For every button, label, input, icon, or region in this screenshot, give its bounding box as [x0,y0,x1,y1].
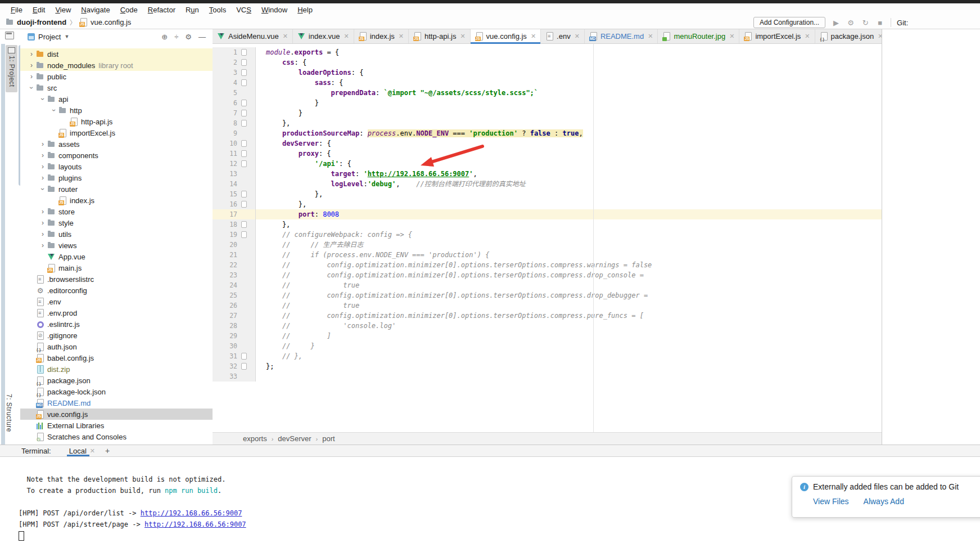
fold-marker-icon[interactable] [241,231,247,238]
chevron-down-icon[interactable]: ▼ [64,34,69,39]
close-icon[interactable]: ✕ [344,33,349,40]
tree-item-http[interactable]: ›http [20,105,213,116]
tree-item-http-api.js[interactable]: JShttp-api.js [20,116,213,127]
menu-navigate[interactable]: Navigate [76,6,115,14]
tree-item-main.js[interactable]: JSmain.js [20,262,213,273]
tree-item-layouts[interactable]: ›layouts [20,161,213,172]
editor-tab-menuRouter.jpg[interactable]: menuRouter.jpg✕ [658,29,739,43]
code-editor[interactable]: 1module.exports = {2 css: {3 loaderOptio… [213,44,882,436]
chevron-collapsed-icon[interactable]: › [38,242,47,249]
close-icon[interactable]: ✕ [648,33,653,40]
menu-window[interactable]: Window [256,6,292,14]
tool-window-icon[interactable] [5,32,14,39]
menu-refactor[interactable]: Refactor [143,6,180,14]
fold-marker-icon[interactable] [241,100,247,106]
fold-marker-icon[interactable] [241,140,247,147]
fold-marker-icon[interactable] [241,363,247,370]
chevron-expanded-icon[interactable]: › [39,95,46,104]
menu-file[interactable]: File [6,6,28,14]
close-icon[interactable]: ✕ [460,33,465,40]
tree-item-api[interactable]: ›api [20,93,213,105]
tree-item-.browserslistrc[interactable]: ≡.browserslistrc [20,273,213,285]
tree-item-plugins[interactable]: ›plugins [20,172,213,183]
tree-item-vue.config.js[interactable]: JSvue.config.js [20,409,213,420]
tree-item-.env.prod[interactable]: ≡.env.prod [20,307,213,318]
locate-icon[interactable]: ⊕ [161,33,168,41]
editor-tab-AsideMenu.vue[interactable]: AsideMenu.vue✕ [213,29,293,43]
fold-marker-icon[interactable] [241,201,247,208]
fold-marker-icon[interactable] [241,353,247,360]
tree-item-index.js[interactable]: JSindex.js [20,195,213,206]
close-icon[interactable]: ✕ [90,447,95,455]
collapse-all-icon[interactable]: ÷ [174,33,178,41]
chevron-collapsed-icon[interactable]: › [27,62,36,69]
tree-item-utils[interactable]: ›utils [20,228,213,240]
close-icon[interactable]: ✕ [399,33,404,40]
fold-marker-icon[interactable] [241,49,247,56]
fold-marker-icon[interactable] [241,150,247,157]
chevron-collapsed-icon[interactable]: › [38,174,47,181]
tree-item-style[interactable]: ›style [20,217,213,228]
run-icon[interactable]: ▶ [831,19,841,27]
tree-item-Scratches and Consoles[interactable]: ◷Scratches and Consoles [20,431,213,442]
editor-tab-http-api.js[interactable]: JShttp-api.js✕ [409,29,471,43]
tree-item-router[interactable]: ›router [20,183,213,195]
code-breadcrumb-devServer[interactable]: devServer [278,434,311,443]
terminal-tab-local[interactable]: Local ✕ [67,445,97,456]
close-icon[interactable]: ✕ [531,33,536,40]
add-configuration-button[interactable]: Add Configuration... [753,17,825,28]
tree-item-dist.zip[interactable]: dist.zip [20,364,213,375]
tree-item-.editorconfig[interactable]: ⚙.editorconfig [20,285,213,296]
settings-icon[interactable]: ⚙ [846,19,856,27]
editor-tab-package.json[interactable]: { }package.json✕ [815,29,888,43]
chevron-expanded-icon[interactable]: › [39,185,46,194]
tree-item-README.md[interactable]: MDREADME.md [20,397,213,409]
terminal-link[interactable]: http://192.168.66.56:9007 [144,520,246,528]
tree-item-store[interactable]: ›store [20,206,213,217]
editor-tab-importExcel.js[interactable]: JSimportExcel.js✕ [739,29,815,43]
menu-code[interactable]: Code [115,6,143,14]
menu-run[interactable]: Run [180,6,204,14]
fold-marker-icon[interactable] [241,120,247,127]
fold-marker-icon[interactable] [241,69,247,76]
editor-tab-index.js[interactable]: JSindex.js✕ [354,29,409,43]
fold-marker-icon[interactable] [241,79,247,86]
chevron-collapsed-icon[interactable]: › [27,73,36,80]
fold-marker-icon[interactable] [241,59,247,66]
sidebar-item-structure[interactable]: 7: Structure [5,394,13,432]
close-icon[interactable]: ✕ [283,33,288,40]
tree-item-src[interactable]: ›src [20,82,213,93]
fold-marker-icon[interactable] [241,221,247,228]
chevron-collapsed-icon[interactable]: › [27,51,36,57]
code-breadcrumb-exports[interactable]: exports [243,434,267,443]
close-icon[interactable]: ✕ [575,33,580,40]
menu-view[interactable]: View [50,6,76,14]
editor-tab-.env[interactable]: ≡.env✕ [541,29,585,43]
tree-item-auth.json[interactable]: { }auth.json [20,341,213,352]
menu-edit[interactable]: Edit [28,6,50,14]
panel-settings-icon[interactable]: ⚙ [185,33,192,41]
update-icon[interactable]: ↻ [860,19,870,27]
tree-item-.env[interactable]: ≡.env [20,296,213,307]
hide-panel-icon[interactable]: — [198,33,206,41]
editor-tab-index.vue[interactable]: index.vue✕ [293,29,354,43]
menu-vcs[interactable]: VCS [231,6,256,14]
chevron-collapsed-icon[interactable]: › [38,231,47,237]
fold-marker-icon[interactable] [241,191,247,198]
menu-tools[interactable]: Tools [204,6,231,14]
chevron-collapsed-icon[interactable]: › [38,152,47,159]
breadcrumb-file[interactable]: vue.config.js [91,18,131,26]
tree-item-dist[interactable]: ›dist [20,48,213,60]
tree-item-assets[interactable]: ›assets [20,138,213,150]
view-files-link[interactable]: View Files [813,497,849,506]
chevron-expanded-icon[interactable]: › [51,106,57,115]
new-terminal-button[interactable]: + [105,446,110,455]
always-add-link[interactable]: Always Add [864,497,904,506]
chevron-collapsed-icon[interactable]: › [38,208,47,215]
breadcrumb-project[interactable]: duoji-frontend [17,18,66,26]
tree-item-.gitignore[interactable]: ⊘.gitignore [20,330,213,341]
fold-marker-icon[interactable] [241,160,247,167]
tree-item-importExcel.js[interactable]: JSimportExcel.js [20,127,213,138]
tree-item-public[interactable]: ›public [20,71,213,82]
tree-item-External Libraries[interactable]: External Libraries [20,420,213,431]
